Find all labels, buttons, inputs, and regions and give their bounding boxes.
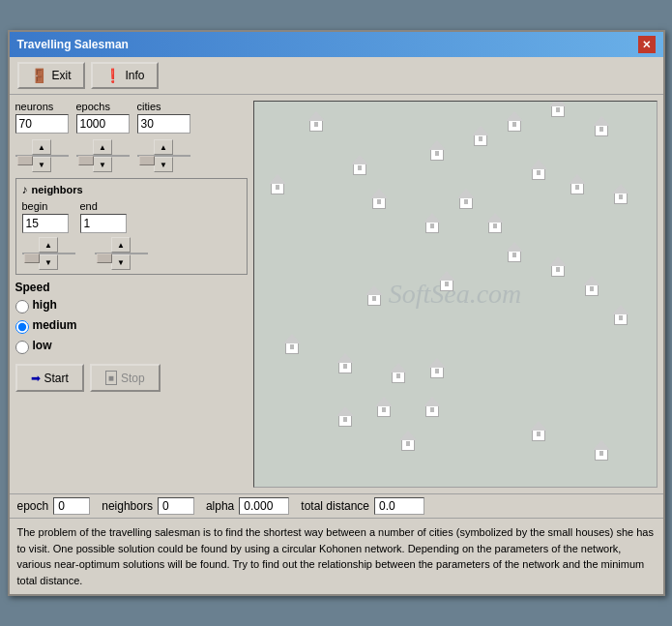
neighbors-status-value [158,497,194,515]
house-door [619,194,623,199]
list-item [336,406,354,427]
neurons-slider-down[interactable]: ▼ [32,157,51,172]
house-roof [486,213,504,223]
end-group: end [80,200,127,233]
exit-button[interactable]: 🚪 Exit [17,62,85,89]
house-door [464,199,468,204]
neighbors-title: ♪ neighbors [22,183,241,196]
house-roof [375,397,393,406]
house-roof [583,276,600,285]
list-item [472,126,489,146]
epochs-slider-thumb[interactable] [78,156,94,165]
house-door [430,407,434,412]
neurons-input[interactable] [15,114,69,134]
begin-slider-thumb[interactable] [24,253,40,263]
list-item [549,101,567,117]
house-roof [336,353,354,363]
speed-low-option: low [15,339,248,356]
house-roof [336,406,354,416]
visualization-canvas: SoftSea.com [253,101,657,488]
house-door [445,282,449,286]
house-body [551,106,565,117]
begin-input[interactable] [22,214,69,233]
cities-slider-track[interactable] [137,155,190,157]
epochs-slider-up[interactable]: ▲ [93,139,112,155]
epochs-input[interactable] [76,114,130,134]
start-button[interactable]: ➡ Start [15,364,84,392]
house-roof [438,271,455,281]
house-door [512,122,516,127]
house-body [271,184,284,194]
speed-medium-radio[interactable] [15,320,29,334]
cities-slider-thumb[interactable] [139,156,155,165]
end-slider-track[interactable] [95,253,148,254]
distance-value [374,497,424,515]
list-item [375,397,393,417]
begin-slider-up[interactable]: ▲ [39,237,58,253]
end-slider-up[interactable]: ▲ [111,237,131,253]
alpha-value [239,497,289,515]
description-area: The problem of the travelling salesman i… [10,518,663,594]
house-body [440,281,453,291]
epochs-slider-down[interactable]: ▼ [93,157,112,172]
cities-slider-down[interactable]: ▼ [154,157,173,172]
house-roof [549,256,567,266]
house-door [290,344,294,349]
house-roof [283,334,301,343]
end-slider-down[interactable]: ▼ [111,254,131,270]
watermark-text: SoftSea.com [389,279,522,310]
epochs-slider-track[interactable] [76,155,130,157]
house-body [532,431,545,441]
speed-high-option: high [15,298,248,315]
begin-slider-track[interactable] [22,253,75,254]
neurons-slider-thumb[interactable] [17,156,33,165]
params-top: neurons epochs cities [15,101,248,134]
neurons-slider-track[interactable] [15,155,69,157]
cities-input[interactable] [137,114,190,134]
house-body [488,223,502,233]
list-item [506,242,523,262]
begin-group: begin [22,200,69,233]
house-body [614,194,628,204]
info-button[interactable]: ❗ Info [91,62,159,89]
speed-medium-label: medium [33,318,77,332]
house-body [474,135,487,146]
info-icon: ❗ [104,68,121,83]
house-door [396,373,400,378]
begin-slider-down[interactable]: ▼ [39,254,58,270]
exit-icon: 🚪 [31,68,47,83]
list-item [612,184,629,204]
house-body [595,126,608,136]
house-roof [593,440,610,450]
house-roof [428,358,446,368]
house-body [430,150,444,161]
left-panel: neurons epochs cities ▲ [15,101,248,488]
house-roof [428,140,446,150]
house-door [314,122,318,127]
epochs-slider-wrap: ▲ ▼ [76,139,130,172]
list-item [457,189,475,209]
cities-group: cities [137,101,190,134]
house-body [372,198,386,209]
action-buttons: ➡ Start ■ Stop [15,364,248,392]
end-input[interactable] [80,214,127,233]
house-body [614,314,628,325]
list-item [583,276,600,296]
house-door [435,369,439,373]
close-button[interactable]: ✕ [638,36,656,53]
house-body [401,440,415,451]
end-slider-thumb[interactable] [97,253,112,263]
speed-medium-option: medium [15,318,248,336]
stop-button[interactable]: ■ Stop [90,364,161,392]
speed-high-radio[interactable] [15,300,29,313]
cities-slider-wrap: ▲ ▼ [137,139,190,172]
neurons-slider-up[interactable]: ▲ [32,139,51,155]
house-door [343,364,347,369]
list-item [428,358,446,378]
speed-group: Speed high medium low [15,281,248,356]
cities-slider-up[interactable]: ▲ [154,139,173,155]
house-door [430,224,434,228]
speed-low-radio[interactable] [15,341,29,354]
house-roof [269,174,286,184]
house-body [570,184,584,194]
